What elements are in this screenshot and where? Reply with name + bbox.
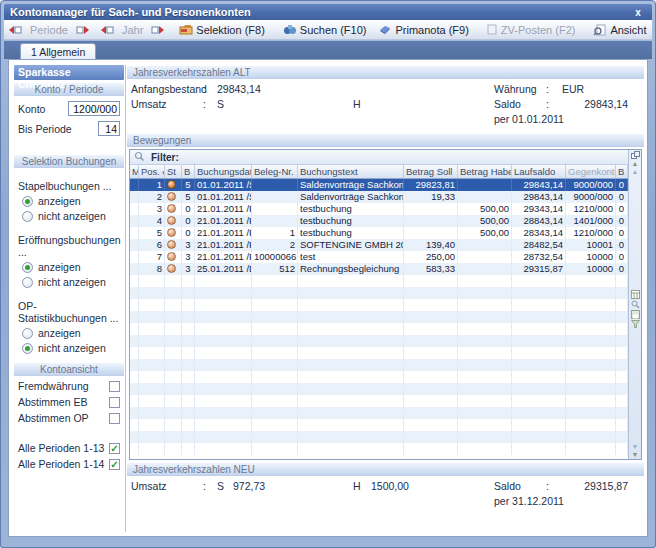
empty-cell [566, 383, 616, 395]
selektion-button[interactable]: Selektion (F8) [173, 21, 270, 39]
table-row[interactable]: 3021.01.2011 /Frtestbuchung500,0029343,1… [130, 203, 628, 215]
checkbox-icon[interactable] [109, 459, 120, 470]
cell: test [298, 251, 404, 263]
radio-icon[interactable] [22, 211, 33, 222]
radio-eroeffnung-nicht-anzeigen[interactable]: nicht anzeigen [22, 276, 120, 288]
filter-funnel-icon[interactable] [631, 320, 640, 328]
table-row[interactable]: 6321.01.2011 /Fr2SOFTENGINE GMBH 2000018… [130, 239, 628, 251]
empty-cell [182, 347, 195, 359]
column-header-9[interactable]: Laufsaldo [512, 165, 566, 178]
column-header-11[interactable]: B [616, 165, 628, 178]
column-header-8[interactable]: Betrag Haben [458, 165, 512, 178]
table-row[interactable]: 4021.01.2011 /Frtestbuchung500,0028843,1… [130, 215, 628, 227]
empty-cell [512, 299, 566, 311]
empty-table-row [130, 359, 628, 371]
empty-cell [165, 419, 182, 431]
cell [404, 227, 458, 239]
konto-input[interactable] [68, 101, 120, 116]
radio-stapel-anzeigen[interactable]: anzeigen [22, 195, 120, 207]
waehrung-value: EUR [562, 83, 628, 95]
empty-cell [512, 419, 566, 431]
radio-eroeffnung-anzeigen[interactable]: anzeigen [22, 261, 120, 273]
check-abstimmen-op[interactable]: Abstimmen OP [18, 412, 120, 424]
magnifier-page-icon [593, 24, 607, 36]
radio-icon[interactable] [22, 277, 33, 288]
cell: 01.01.2011 /Sa [195, 179, 252, 191]
radio-op-nicht-anzeigen[interactable]: nicht anzeigen [22, 342, 120, 354]
empty-cell [165, 407, 182, 419]
cell: 1 [139, 179, 165, 191]
table-row[interactable]: 8325.01.2011 /Di512Rechnungsbegleichung5… [130, 263, 628, 275]
tab-allgemein[interactable]: 1 Allgemein [20, 43, 96, 59]
radio-label: anzeigen [38, 261, 81, 273]
empty-table-row [130, 347, 628, 359]
empty-cell [512, 323, 566, 335]
column-chooser-icon[interactable] [631, 151, 640, 159]
column-header-4[interactable]: Buchungsdatum ▾ [195, 165, 252, 178]
empty-cell [458, 347, 512, 359]
table-row[interactable]: 1501.01.2011 /SaSaldenvorträge Sachkonte… [130, 179, 628, 191]
column-header-5[interactable]: Beleg-Nr. [252, 165, 298, 178]
column-header-1[interactable]: Pos. ▾ [139, 165, 165, 178]
column-header-2[interactable]: St [165, 165, 182, 178]
radio-icon[interactable] [22, 343, 33, 354]
primanota-button[interactable]: Primanota (F9) [372, 21, 474, 39]
radio-icon[interactable] [22, 328, 33, 339]
bis-periode-input[interactable] [98, 121, 120, 136]
radio-stapel-nicht-anzeigen[interactable]: nicht anzeigen [22, 210, 120, 222]
filter-row[interactable]: Filter: [130, 150, 628, 165]
cell [130, 251, 139, 263]
column-header-0[interactable]: M [130, 165, 139, 178]
check-abstimmen-eb[interactable]: Abstimmen EB [18, 396, 120, 408]
search-icon[interactable] [631, 300, 640, 309]
table-row[interactable]: 5021.01.2011 /Fr1testbuchung500,0028343,… [130, 227, 628, 239]
cell: 25.01.2011 /Di [195, 263, 252, 275]
scroll-up-icon[interactable]: ▲ [632, 160, 639, 167]
radio-icon[interactable] [22, 262, 33, 273]
radio-icon[interactable] [22, 196, 33, 207]
column-header-10[interactable]: Gegenkonto [566, 165, 616, 178]
column-header-6[interactable]: Buchungstext [298, 165, 404, 178]
tab-strip: 1 Allgemein [4, 41, 652, 59]
scroll-down-page-icon[interactable]: ▼ [632, 443, 639, 450]
per-alt-date: per 01.01.2011 [494, 113, 642, 128]
column-header-7[interactable]: Betrag Soll [404, 165, 458, 178]
booking-status-icon [167, 192, 176, 201]
checkbox-icon[interactable] [109, 413, 120, 424]
filter-label: Filter: [151, 152, 179, 163]
checkbox-icon[interactable] [109, 397, 120, 408]
save-icon[interactable] [631, 310, 640, 319]
table-row[interactable]: 2501.01.2011 /SaSaldenvorträge Sachkonte… [130, 191, 628, 203]
empty-cell [195, 275, 252, 287]
cell: 9000/000 [566, 179, 616, 191]
empty-cell [616, 419, 628, 431]
check-fremdwaehrung[interactable]: Fremdwährung [18, 380, 120, 392]
cell-status [165, 263, 182, 275]
close-icon[interactable]: x [630, 7, 646, 18]
scroll-down-icon[interactable]: ▼ [632, 451, 639, 458]
calculator-icon[interactable] [631, 290, 640, 299]
radio-op-anzeigen[interactable]: anzeigen [22, 327, 120, 339]
cell [458, 179, 512, 191]
saldo-neu-value: 29315,87 [562, 480, 628, 492]
ansicht-button[interactable]: Ansicht [587, 21, 652, 39]
column-header-3[interactable]: B [182, 165, 195, 178]
haben-indicator: H [353, 98, 371, 110]
table-row[interactable]: 7321.01.2011 /Fr10000066test250,0028732,… [130, 251, 628, 263]
document-icon [487, 24, 498, 35]
check-alle-perioden-1-13[interactable]: Alle Perioden 1-13 [18, 442, 120, 454]
scroll-up-page-icon[interactable]: ▲ [632, 168, 639, 175]
cell: 2 [252, 239, 298, 251]
zv-posten-label: ZV-Posten (F2) [501, 24, 576, 36]
empty-cell [195, 395, 252, 407]
cell: 583,33 [404, 263, 458, 275]
empty-cell [512, 383, 566, 395]
cell [130, 191, 139, 203]
empty-cell [182, 371, 195, 383]
empty-cell [165, 443, 182, 455]
suchen-button[interactable]: Suchen (F10) [277, 21, 373, 39]
empty-cell [165, 371, 182, 383]
checkbox-icon[interactable] [109, 381, 120, 392]
check-alle-perioden-1-14[interactable]: Alle Perioden 1-14 [18, 458, 120, 470]
checkbox-icon[interactable] [109, 443, 120, 454]
